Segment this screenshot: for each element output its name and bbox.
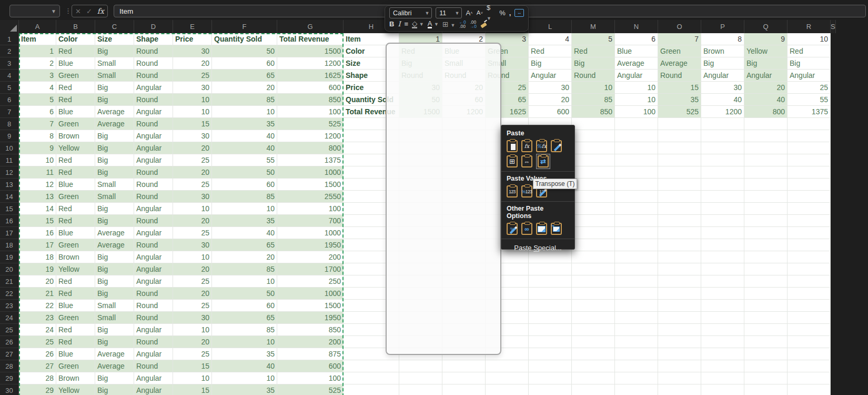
cell-E18[interactable]: 30: [173, 239, 212, 251]
cell-N17[interactable]: [615, 227, 658, 239]
font-size-select[interactable]: 11 ▼: [436, 7, 462, 18]
cell-O17[interactable]: [658, 227, 701, 239]
cell-L6[interactable]: 20: [529, 94, 572, 106]
cell-C10[interactable]: Big: [95, 142, 134, 154]
cell-P16[interactable]: [701, 215, 744, 227]
cell-B19[interactable]: Brown: [56, 251, 95, 263]
cell-B25[interactable]: Red: [56, 324, 95, 336]
cell-R6[interactable]: 55: [788, 94, 831, 106]
cell-P26[interactable]: [701, 336, 744, 348]
cell-B16[interactable]: Red: [56, 215, 95, 227]
cell-E10[interactable]: 20: [173, 142, 212, 154]
cell-D15[interactable]: Angular: [134, 203, 173, 215]
cell-M5[interactable]: 10: [572, 82, 615, 94]
keep-source-formatting-icon[interactable]: [551, 140, 562, 152]
cell-M16[interactable]: [572, 215, 615, 227]
cell-A27[interactable]: 26: [19, 348, 56, 360]
cell-N25[interactable]: [615, 324, 658, 336]
cell-E21[interactable]: 25: [173, 275, 212, 288]
row-header-5[interactable]: 5: [0, 82, 19, 94]
cell-O10[interactable]: [658, 142, 701, 154]
cell-F28[interactable]: 40: [212, 360, 277, 372]
cell-F2[interactable]: 50: [212, 45, 277, 57]
cell-R25[interactable]: [788, 324, 831, 336]
values-number-formatting-icon[interactable]: %123: [521, 185, 532, 197]
cell-A29[interactable]: 28: [19, 372, 56, 384]
cell-E7[interactable]: 10: [173, 106, 212, 118]
cell-N22[interactable]: [615, 288, 658, 300]
cell-F5[interactable]: 20: [212, 82, 277, 94]
cell-A16[interactable]: 15: [19, 215, 56, 227]
row-header-16[interactable]: 16: [0, 215, 19, 227]
cell-B14[interactable]: Green: [56, 191, 95, 203]
cell-F30[interactable]: 35: [212, 384, 277, 395]
paste-no-borders-icon[interactable]: ⊞: [507, 155, 518, 167]
cell-N3[interactable]: Average: [615, 57, 658, 70]
cell-G11[interactable]: 1375: [277, 154, 344, 166]
cell-D12[interactable]: Round: [134, 166, 173, 179]
cell-E26[interactable]: 20: [173, 336, 212, 348]
row-header-24[interactable]: 24: [0, 312, 19, 324]
cell-N18[interactable]: [615, 239, 658, 251]
bold-icon[interactable]: B: [389, 19, 394, 29]
cell-D19[interactable]: Angular: [134, 251, 173, 263]
cell-D21[interactable]: Angular: [134, 275, 173, 288]
cell-D25[interactable]: Angular: [134, 324, 173, 336]
cell-O27[interactable]: [658, 348, 701, 360]
cell-E9[interactable]: 30: [173, 130, 212, 142]
cell-O9[interactable]: [658, 130, 701, 142]
cell-E17[interactable]: 25: [173, 227, 212, 239]
row-header-14[interactable]: 14: [0, 191, 19, 203]
paste-values-icon[interactable]: 123: [507, 185, 518, 197]
cell-Q18[interactable]: [744, 239, 788, 251]
cell-Q7[interactable]: 800: [744, 106, 788, 118]
cell-F18[interactable]: 65: [212, 239, 277, 251]
cell-P7[interactable]: 1200: [701, 106, 744, 118]
cell-M27[interactable]: [572, 348, 615, 360]
cell-C13[interactable]: Small: [95, 179, 134, 191]
paste-formulas-icon[interactable]: fx: [521, 140, 532, 152]
cell-A10[interactable]: 9: [19, 142, 56, 154]
cell-M8[interactable]: [572, 118, 615, 130]
row-header-23[interactable]: 23: [0, 300, 19, 312]
cell-R23[interactable]: [788, 300, 831, 312]
cell-P18[interactable]: [701, 239, 744, 251]
cell-L4[interactable]: Angular: [529, 70, 572, 82]
cell-G29[interactable]: 100: [277, 372, 344, 384]
cell-M9[interactable]: [572, 130, 615, 142]
cell-N8[interactable]: [615, 118, 658, 130]
cell-M22[interactable]: [572, 288, 615, 300]
cell-M30[interactable]: [572, 384, 615, 395]
cell-A21[interactable]: 20: [19, 275, 56, 288]
column-header-B[interactable]: B: [56, 20, 95, 33]
cell-G23[interactable]: 1500: [277, 300, 344, 312]
cell-G30[interactable]: 525: [277, 384, 344, 395]
column-header-N[interactable]: N: [615, 20, 658, 33]
cell-Q5[interactable]: 20: [744, 82, 788, 94]
decrease-font-size-icon[interactable]: A˅: [477, 8, 483, 18]
cell-L26[interactable]: [529, 336, 572, 348]
cell-R21[interactable]: [788, 275, 831, 288]
cell-Q27[interactable]: [744, 348, 788, 360]
cell-D3[interactable]: Round: [134, 57, 173, 70]
cell-E24[interactable]: 30: [173, 312, 212, 324]
cell-C24[interactable]: Small: [95, 312, 134, 324]
cell-C16[interactable]: Big: [95, 215, 134, 227]
row-header-17[interactable]: 17: [0, 227, 19, 239]
cell-C6[interactable]: Big: [95, 94, 134, 106]
cell-L19[interactable]: [529, 251, 572, 263]
cell-P22[interactable]: [701, 288, 744, 300]
cell-C5[interactable]: Big: [95, 82, 134, 94]
cell-E8[interactable]: 15: [173, 118, 212, 130]
cell-A11[interactable]: 10: [19, 154, 56, 166]
cell-C23[interactable]: Small: [95, 300, 134, 312]
cell-B27[interactable]: Blue: [56, 348, 95, 360]
cell-O12[interactable]: [658, 166, 701, 179]
cell-M4[interactable]: Round: [572, 70, 615, 82]
cell-D8[interactable]: Round: [134, 118, 173, 130]
cell-E19[interactable]: 10: [173, 251, 212, 263]
cell-E4[interactable]: 25: [173, 70, 212, 82]
cell-N30[interactable]: [615, 384, 658, 395]
cell-C20[interactable]: Big: [95, 263, 134, 275]
select-all-corner[interactable]: [0, 20, 19, 33]
